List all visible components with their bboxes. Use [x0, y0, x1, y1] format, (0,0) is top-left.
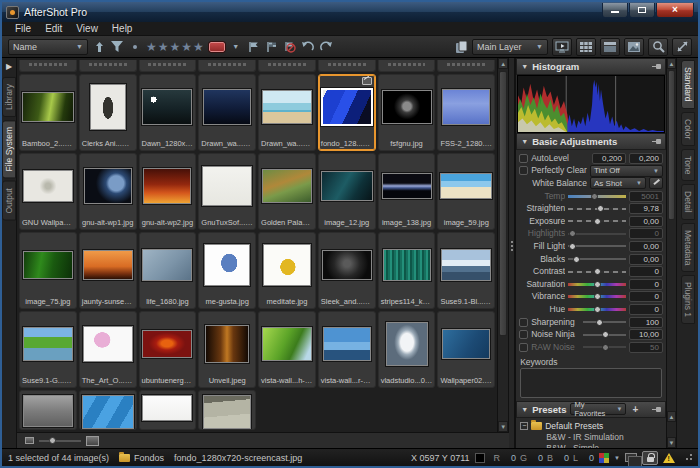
thumbnail-cell-clipped[interactable] [19, 60, 77, 72]
maximize-button[interactable] [629, 3, 655, 18]
flag-finished-icon[interactable] [265, 38, 279, 56]
thumbnail-view-button[interactable] [576, 38, 596, 56]
raw-noise-value[interactable]: 50 [629, 342, 663, 353]
thumbnail-cell[interactable]: meditate.jpg [258, 232, 316, 309]
histogram-header[interactable]: ▼ Histogram [516, 58, 666, 75]
presets-filter-dropdown[interactable]: My Favorites ▼ [570, 403, 626, 415]
rotate-left-button[interactable] [301, 38, 315, 56]
pin-icon[interactable] [652, 405, 661, 414]
contrast-value[interactable]: 0 [629, 266, 663, 277]
scroll-up-icon[interactable]: ▲ [498, 58, 508, 69]
fill-light-value[interactable]: 0,00 [629, 241, 663, 252]
menu-item-file[interactable]: File [8, 23, 38, 34]
highlights-slider-handle[interactable] [569, 230, 576, 237]
thumbnail-cell-clipped[interactable] [198, 390, 256, 430]
panel-scrollbar[interactable]: ▲ ▲ ▼ [666, 58, 677, 448]
preset-item-b-w-ir-simulation[interactable]: B&W - IR Simulation [520, 432, 662, 443]
collapse-box-icon[interactable]: − [520, 422, 528, 430]
thumbnail-cell[interactable]: vladstudio...0x1024.jpg [378, 311, 436, 388]
scroll-down-icon[interactable]: ▼ [498, 421, 508, 432]
thumbnail-cell[interactable]: GNU Wallpaper 2.jpg [19, 153, 77, 230]
fill-light-slider-handle[interactable] [569, 243, 576, 250]
perfectly-clear-checkbox[interactable] [519, 166, 528, 175]
vibrance-slider-handle[interactable] [594, 293, 601, 300]
close-button[interactable]: × [656, 3, 694, 18]
grid-scrollbar-thumb[interactable] [499, 71, 507, 336]
sharpening-slider[interactable] [583, 316, 626, 328]
perfectly-clear-dropdown[interactable]: Tint Off▼ [590, 165, 663, 177]
exposure-slider-handle[interactable] [594, 218, 601, 225]
rotate-right-button[interactable] [319, 38, 333, 56]
panel-splitter[interactable] [509, 58, 515, 448]
flag-pick-icon[interactable] [247, 38, 261, 56]
thumbnail-cell-clipped[interactable] [19, 390, 77, 430]
filter-icon[interactable] [110, 38, 124, 56]
sort-order-button[interactable] [92, 38, 106, 56]
saturation-slider[interactable] [568, 278, 626, 290]
thumbnail-cell-clipped[interactable] [258, 60, 316, 72]
panel-tab-detail[interactable]: Detail [681, 184, 695, 220]
sharpening-slider-handle[interactable] [596, 319, 603, 326]
thumbnail-cell[interactable]: Wallpaper02.jpg [437, 311, 495, 388]
thumbnail-cell[interactable]: me-gusta.jpg [198, 232, 256, 309]
image-view-button[interactable] [624, 38, 644, 56]
star-icon[interactable]: ★ [170, 41, 182, 53]
pin-icon[interactable] [652, 137, 661, 146]
hue-slider-handle[interactable] [594, 306, 601, 313]
saturation-value[interactable]: 0 [629, 279, 663, 290]
scroll-up-icon[interactable]: ▲ [667, 58, 676, 69]
raw-noise-slider-handle[interactable] [602, 344, 609, 351]
thumbnail-cell[interactable]: jaunty-sunset.jpg [79, 232, 137, 309]
thumbnail-cell[interactable]: Sleek_and...nkahn.jpg [318, 232, 376, 309]
fill-light-slider[interactable] [568, 240, 626, 252]
saturation-slider-handle[interactable] [594, 281, 601, 288]
straighten-value[interactable]: 9,78 [629, 203, 663, 214]
thumbnail-cell[interactable]: FSS-2_1280.jpg [437, 74, 495, 151]
presets-scroll-down-icon[interactable]: ▼ [667, 437, 676, 448]
noise-ninja-checkbox[interactable] [519, 330, 528, 339]
autolevel-low-value[interactable]: 0,200 [592, 153, 626, 164]
blacks-slider-handle[interactable] [573, 256, 580, 263]
menu-item-help[interactable]: Help [105, 23, 140, 34]
star-icon[interactable]: ★ [181, 41, 193, 53]
thumbnail-cell-clipped[interactable] [139, 390, 197, 430]
lock-icon[interactable] [642, 451, 658, 465]
thumbnail-cell[interactable]: fsfgnu.jpg [378, 74, 436, 151]
sidebar-tab-output[interactable]: Output [2, 181, 16, 221]
thumbnail-cell[interactable]: Dawn_1280x960.jpg [139, 74, 197, 151]
thumbnail-size-handle[interactable] [49, 437, 56, 444]
thumbnail-cell[interactable]: image_138.jpg [378, 153, 436, 230]
autolevel-high-value[interactable]: 0,200 [629, 153, 663, 164]
thumbnail-cell[interactable]: ubuntuenergy.jpg [139, 311, 197, 388]
thumbnail-cell-clipped[interactable] [318, 60, 376, 72]
copy-settings-icon[interactable] [454, 38, 468, 56]
basic-adjustments-header[interactable]: ▼ Basic Adjustments [516, 133, 666, 150]
thumbnail-cell-clipped[interactable] [378, 60, 436, 72]
thumbnail-cell[interactable]: Drawn_wa...332_.jpg [258, 74, 316, 151]
menu-item-edit[interactable]: Edit [38, 23, 69, 34]
thumbnail-cell[interactable]: vista-wall...h-tree.jpg [258, 311, 316, 388]
thumbnail-cell[interactable]: image_12.jpg [318, 153, 376, 230]
thumbnail-cell[interactable]: gnu-alt-wp2.jpg [139, 153, 197, 230]
thumbnail-cell[interactable]: stripes114_kde.jpg [378, 232, 436, 309]
thumbnail-cell[interactable]: The_Art_O...eFear.jpg [79, 311, 137, 388]
sort-dropdown[interactable]: Name ▼ [8, 39, 88, 55]
panel-tab-tone[interactable]: Tone [681, 149, 695, 181]
noise-ninja-value[interactable]: 10,00 [629, 329, 663, 340]
color-management-dropdown[interactable]: ▼ [614, 455, 620, 461]
thumbnail-cell[interactable]: vista-wall...r-dock.jpg [318, 311, 376, 388]
raw-noise-checkbox[interactable] [519, 343, 528, 352]
keywords-input[interactable] [520, 368, 662, 398]
small-thumbnails-icon[interactable] [25, 437, 34, 444]
flag-rejected-icon[interactable] [283, 38, 297, 56]
thumbnail-cell[interactable]: Bamboo_2...ysha.jpg [19, 74, 77, 151]
preset-folder-row[interactable]: − Default Presets [520, 420, 662, 432]
panel-scrollbar-thumb[interactable] [668, 70, 675, 220]
panel-tab-standard[interactable]: Standard [681, 60, 695, 109]
large-thumbnails-icon[interactable] [86, 436, 99, 446]
presets-header[interactable]: ▼ Presets My Favorites ▼ + [516, 401, 666, 418]
no-rating-dot-icon[interactable] [128, 38, 142, 56]
thumbnail-cell[interactable]: life_1680.jpg [139, 232, 197, 309]
noise-ninja-slider[interactable] [583, 329, 626, 341]
thumbnail-cell[interactable]: image_59.jpg [437, 153, 495, 230]
